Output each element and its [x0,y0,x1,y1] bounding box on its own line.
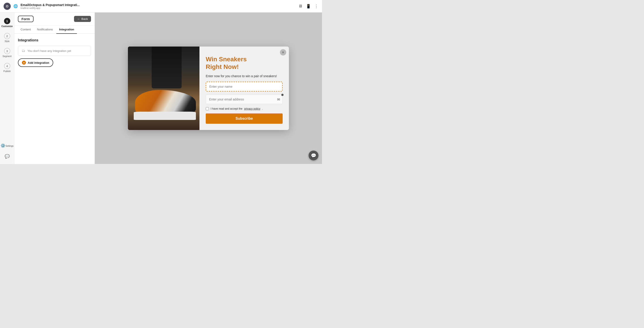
panel-tabs: Content Notifications Integration [14,26,94,34]
integration-empty-icon: 🗂 [22,49,25,53]
privacy-checkbox[interactable] [206,107,209,110]
step-4-label: Publish [3,70,11,73]
email-icon: ✉ [277,97,280,101]
email-input[interactable] [206,95,283,104]
step-1-circle: 1 [4,18,10,24]
privacy-checkbox-row: I have read and accept the privacy polic… [206,107,283,110]
steps-sidebar: 1 Customize 2 Style 3 Segment 4 Publish … [0,13,14,164]
panel-content: Integrations 🗂 You don't have any integr… [14,34,94,164]
globe-icon: 🌐 [14,4,18,9]
panel-title: Form [18,16,34,22]
popup-image-side [128,47,200,130]
panel-header: Form ← Back [14,13,94,26]
sneaker-image [128,47,200,130]
mobile-icon[interactable]: 📱 [306,4,311,9]
tab-integration[interactable]: Integration [56,26,77,34]
add-integration-button[interactable]: + Add integration [18,58,53,67]
settings-icon-button[interactable]: ⚙️ Settings [3,142,11,150]
chat-support-icon[interactable]: 💬 [3,152,11,160]
preview-area: ✕ Win Sneakers Right Now! Enter now for … [95,13,322,164]
popup-content-side: ✕ Win Sneakers Right Now! Enter now for … [200,47,289,130]
name-input[interactable] [206,82,283,92]
sidebar-bottom: ⚙️ Settings 💬 [3,142,11,164]
tab-content[interactable]: Content [18,26,34,34]
back-button[interactable]: ← Back [74,16,91,22]
plus-icon: + [22,61,26,65]
app-logo: O [4,3,11,10]
topbar-title: EmailOctopus & Popupsmart Integrati... t… [20,3,296,10]
step-2-circle: 2 [4,33,10,39]
popup-headline: Win Sneakers Right Now! [206,56,283,71]
step-4-circle: 4 [4,63,10,69]
chat-fab-icon: 💬 [311,153,316,158]
checkbox-label-text: I have read and accept the [211,107,242,110]
back-arrow-icon: ← [77,17,80,21]
step-3-circle: 3 [4,48,10,54]
popup-modal: ✕ Win Sneakers Right Now! Enter now for … [128,47,289,130]
desktop-icon[interactable]: 🖥 [298,4,302,9]
popup-subtext: Enter now for you chance to win a pair o… [206,74,283,79]
email-row: ✉ [206,95,283,104]
step-3-segment[interactable]: 3 Segment [1,46,14,59]
step-4-publish[interactable]: 4 Publish [1,61,14,74]
step-1-customize[interactable]: 1 Customize [1,16,14,29]
main-layout: 1 Customize 2 Style 3 Segment 4 Publish … [0,13,322,164]
step-2-label: Style [4,40,10,43]
more-options-icon[interactable]: ⋮ [314,4,318,9]
site-url: trialfirst.netlify.app [20,7,296,10]
popup-close-button[interactable]: ✕ [280,49,286,56]
email-dot-indicator [281,94,284,96]
integration-empty-text: You don't have any integration yet [28,49,71,53]
integrations-title: Integrations [18,38,91,42]
integration-empty-state: 🗂 You don't have any integration yet [18,46,91,56]
tab-notifications[interactable]: Notifications [34,26,56,34]
subscribe-button[interactable]: Subscribe [206,113,283,124]
step-2-style[interactable]: 2 Style [1,31,14,44]
privacy-policy-link[interactable]: privacy policy [244,107,260,110]
step-3-label: Segment [2,55,12,58]
step-1-label: Customize [1,25,13,28]
panel: Form ← Back Content Notifications Integr… [14,13,95,164]
topbar: O 🌐 EmailOctopus & Popupsmart Integrati.… [0,0,322,13]
chat-fab-button[interactable]: 💬 [308,151,318,160]
topbar-actions: 🖥 📱 ⋮ [298,4,318,9]
site-title: EmailOctopus & Popupsmart Integrati... [20,3,296,7]
